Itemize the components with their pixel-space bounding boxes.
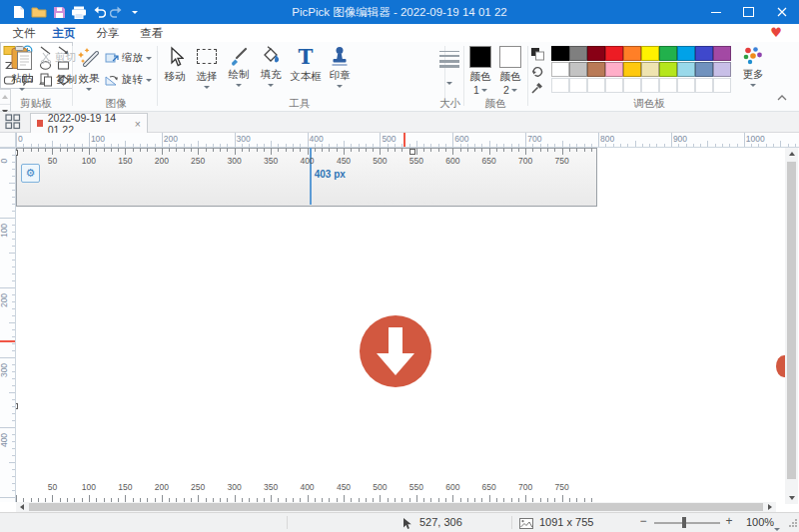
ruler-tick — [430, 144, 431, 147]
handle-left-middle[interactable] — [16, 403, 18, 409]
copy-button[interactable]: 复制 — [40, 73, 77, 87]
stamp-tool[interactable]: 印章 — [326, 46, 354, 88]
palette-swatch[interactable] — [623, 62, 641, 77]
fill-tool[interactable]: 填充 — [256, 46, 286, 87]
rotate-button[interactable]: 旋转 — [104, 73, 152, 87]
save-icon[interactable] — [50, 4, 68, 20]
new-file-icon[interactable] — [10, 4, 28, 20]
image-size[interactable]: 1091 x 755 — [539, 516, 593, 528]
palette-swatch-empty[interactable] — [623, 78, 641, 93]
undo-icon[interactable] — [90, 4, 108, 20]
palette-swatch[interactable] — [677, 62, 695, 77]
doc-tab-close-icon[interactable]: × — [135, 118, 141, 130]
palette-swatch-empty[interactable] — [551, 78, 569, 93]
cursor-position[interactable]: 527, 306 — [419, 516, 462, 528]
horizontal-scrollbar[interactable] — [16, 502, 776, 512]
more-colors-button[interactable]: 更多 — [737, 46, 769, 87]
palette-swatch-empty[interactable] — [713, 78, 731, 93]
redo-icon[interactable] — [108, 4, 126, 20]
palette-swatch[interactable] — [623, 46, 641, 61]
open-folder-icon[interactable] — [30, 4, 48, 20]
resize-button[interactable]: 缩放 — [104, 51, 152, 65]
grid-view-icon[interactable] — [5, 114, 21, 130]
vertical-ruler[interactable]: 0100200300400500 — [0, 148, 16, 502]
qat-dropdown-icon[interactable] — [126, 4, 144, 20]
copy-icon — [40, 73, 53, 87]
palette-swatch[interactable] — [605, 46, 623, 61]
maximize-button[interactable] — [732, 0, 765, 24]
scroll-right-icon[interactable] — [764, 502, 776, 512]
palette-swatch-empty[interactable] — [695, 78, 713, 93]
tab-file[interactable]: 文件 — [6, 24, 42, 42]
zoom-in-button[interactable]: + — [723, 514, 735, 528]
palette-swatch[interactable] — [695, 46, 713, 61]
palette-swatch[interactable] — [569, 62, 587, 77]
palette-swatch[interactable] — [659, 46, 677, 61]
tab-view[interactable]: 查看 — [134, 24, 170, 42]
ruler-tick — [707, 141, 708, 147]
color2-button[interactable]: 颜色 2 — [496, 46, 524, 96]
palette-swatch[interactable] — [569, 46, 587, 61]
refresh-colors-icon[interactable] — [530, 64, 544, 78]
size-button[interactable] — [436, 46, 462, 85]
palette-swatch[interactable] — [695, 62, 713, 77]
palette-swatch[interactable] — [551, 62, 569, 77]
tool-tick — [206, 148, 207, 152]
heart-icon[interactable]: ♥ — [765, 25, 787, 41]
palette-swatch[interactable] — [713, 62, 731, 77]
tool-tick — [388, 148, 389, 152]
canvas[interactable]: ⚙ 403 px 5050100100150150200200250250300… — [16, 148, 785, 502]
zoom-out-button[interactable]: − — [637, 514, 649, 528]
scroll-down-badge — [360, 315, 431, 387]
palette-swatch[interactable] — [641, 62, 659, 77]
palette-swatch[interactable] — [641, 46, 659, 61]
paste-button[interactable]: 粘贴 — [4, 46, 40, 91]
handle-top-center[interactable] — [409, 149, 415, 155]
palette-swatch[interactable] — [659, 62, 677, 77]
scroll-left-icon[interactable] — [16, 502, 28, 512]
vscroll-thumb[interactable] — [787, 162, 796, 479]
color1-swatch — [469, 46, 491, 68]
scroll-down-icon[interactable] — [785, 492, 798, 504]
tab-share[interactable]: 分享 — [90, 24, 126, 42]
palette-swatch[interactable] — [677, 46, 695, 61]
palette-swatch-empty[interactable] — [677, 78, 695, 93]
ruler-tick — [206, 144, 207, 147]
zoom-level[interactable]: 100% — [746, 516, 774, 528]
document-tab[interactable]: 2022-09-19 14 01 22 × — [30, 113, 148, 133]
palette-swatch[interactable] — [551, 46, 569, 61]
cut-button[interactable]: 剪切 — [40, 51, 76, 65]
select-tool[interactable]: 选择 — [192, 46, 222, 89]
vertical-scrollbar[interactable] — [785, 148, 798, 504]
minimize-button[interactable] — [699, 0, 732, 24]
palette-swatch[interactable] — [605, 62, 623, 77]
color1-button[interactable]: 颜色 1 — [466, 46, 494, 96]
scroll-up-icon[interactable] — [785, 148, 798, 160]
palette-swatch-empty[interactable] — [587, 78, 605, 93]
collapse-ribbon-icon[interactable] — [777, 95, 787, 101]
close-button[interactable] — [765, 0, 799, 24]
palette-swatch-empty[interactable] — [605, 78, 623, 93]
tab-home[interactable]: 主页 — [46, 24, 82, 44]
ruler-number: 700 — [527, 134, 541, 144]
palette-swatch-empty[interactable] — [641, 78, 659, 93]
print-icon[interactable] — [70, 4, 88, 20]
zoom-dropdown-icon[interactable] — [774, 521, 780, 532]
effects-button[interactable]: 效果 — [74, 46, 104, 91]
resize-grip[interactable] — [788, 518, 797, 527]
palette-swatch[interactable] — [587, 46, 605, 61]
eyedropper-icon[interactable] — [530, 81, 544, 95]
draw-tool[interactable]: 绘制 — [224, 46, 254, 87]
hscroll-thumb[interactable] — [29, 503, 763, 511]
swap-colors-icon[interactable] — [530, 47, 545, 61]
palette-swatch-empty[interactable] — [659, 78, 677, 93]
horizontal-ruler[interactable]: 01002003004005006007008009001000 — [16, 133, 799, 148]
textbox-tool[interactable]: T 文本框 — [288, 46, 324, 84]
handle-top-left[interactable] — [16, 150, 18, 156]
palette-swatch[interactable] — [587, 62, 605, 77]
move-tool[interactable]: 移动 — [160, 46, 190, 84]
palette-swatch-empty[interactable] — [569, 78, 587, 93]
zoom-slider-thumb[interactable] — [682, 517, 686, 528]
palette-swatch[interactable] — [713, 46, 731, 61]
zoom-slider-track[interactable] — [654, 522, 720, 524]
